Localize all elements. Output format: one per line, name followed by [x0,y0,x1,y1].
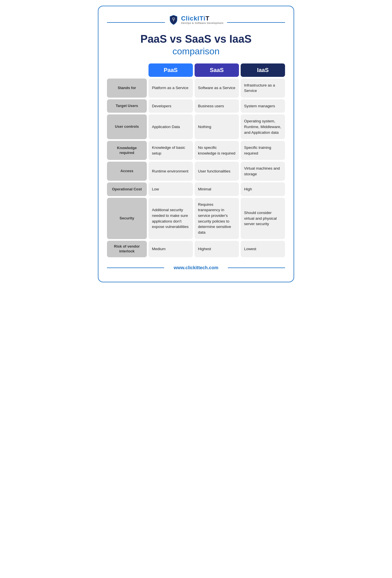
iaas-cell: High [241,182,285,196]
logo-subtitle: DevOps & Software Development [181,22,223,25]
iaas-cell: Should consider virtual and physical ser… [241,198,285,239]
paas-header: PaaS [148,63,193,77]
table-row: Knowledge requiredKnowledge of basic set… [107,141,285,160]
paas-cell: Additional security needed to make sure … [148,198,193,239]
footer-row: www.clickittech.com [107,265,285,270]
paas-cell: Runtime environment [148,162,193,181]
saas-cell: Minimal [195,182,239,196]
logo-row: ClickITiT DevOps & Software Development [107,15,285,30]
footer-divider-right [228,268,285,268]
row-label: Access [107,162,147,181]
iaas-cell: Lowest [241,241,285,257]
saas-header: SaaS [195,63,239,77]
iaas-cell: System managers [241,99,285,113]
row-label: Knowledge required [107,141,147,160]
saas-cell: Nothing [195,114,239,139]
paas-cell: Low [148,182,193,196]
iaas-cell: Operating system, Runtime, Middleware, a… [241,114,285,139]
paas-cell: Knowledge of basic setup [148,141,193,160]
title-line1: PaaS vs SaaS vs IaaS [107,33,285,46]
saas-cell: No specific knowledge is required [195,141,239,160]
header-empty [107,63,147,77]
paas-cell: Platform as a Service [148,79,193,98]
saas-cell: User functionalities [195,162,239,181]
paas-cell: Developers [148,99,193,113]
row-label: User controls [107,114,147,139]
table-row: Target UsersDevelopersBusiness usersSyst… [107,99,285,113]
row-label: Security [107,198,147,239]
shield-icon [168,15,179,25]
iaas-cell: Infrastructure as a Service [241,79,285,98]
column-headers: PaaS SaaS IaaS [107,63,285,77]
table-row: Operational CostLowMinimalHigh [107,182,285,196]
iaas-cell: Specific training required [241,141,285,160]
table-row: SecurityAdditional security needed to ma… [107,198,285,239]
row-label: Risk of vendor interlock [107,241,147,257]
table-row: Risk of vendor interlockMediumHighestLow… [107,241,285,257]
footer-divider-left [107,268,164,268]
table-row: User controlsApplication DataNothingOper… [107,114,285,139]
row-label: Target Users [107,99,147,113]
page-wrapper: ClickITiT DevOps & Software Development … [98,6,294,282]
iaas-cell: Virtual machines and storage [241,162,285,181]
saas-cell: Highest [195,241,239,257]
title-line2: comparison [107,46,285,57]
svg-point-2 [173,20,174,21]
paas-cell: Medium [148,241,193,257]
logo-text: ClickITiT DevOps & Software Development [181,15,223,25]
table-row: AccessRuntime environmentUser functional… [107,162,285,181]
divider-left [107,22,165,23]
row-label: Stands for [107,79,147,98]
saas-cell: Business users [195,99,239,113]
main-title: PaaS vs SaaS vs IaaS comparison [107,33,285,57]
table-row: Stands forPlatform as a ServiceSoftware … [107,79,285,98]
divider-right [227,22,285,23]
table-body: Stands forPlatform as a ServiceSoftware … [107,79,285,257]
saas-cell: Requires transparency in service provide… [195,198,239,239]
footer-url: www.clickittech.com [168,265,225,270]
saas-cell: Software as a Service [195,79,239,98]
iaas-header: IaaS [241,63,285,77]
paas-cell: Application Data [148,114,193,139]
row-label: Operational Cost [107,182,147,196]
logo-area: ClickITiT DevOps & Software Development [168,15,223,25]
logo-brand: ClickITiT [181,15,223,22]
